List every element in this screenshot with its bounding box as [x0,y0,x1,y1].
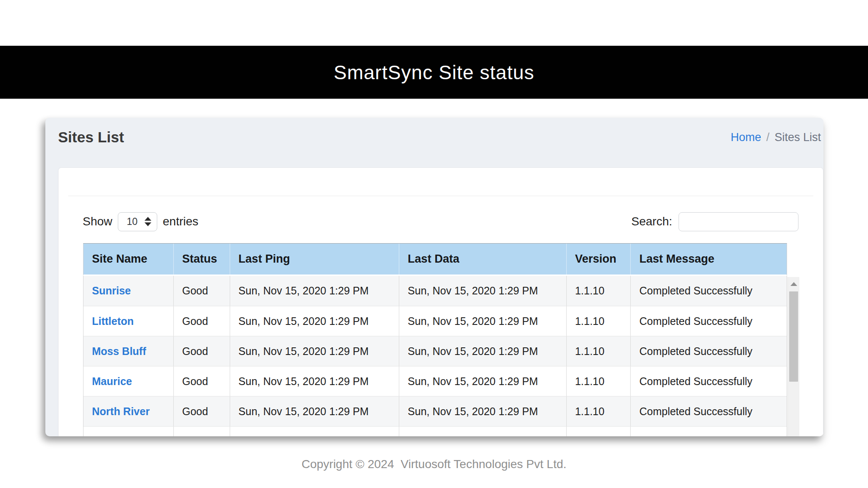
last-ping-cell: Sun, Nov 15, 2020 1:29 PM [230,366,399,396]
site-name-link[interactable]: Maurice [92,375,132,388]
page-header: Sites List Home/Sites List [58,125,821,149]
search-control: Search: [632,212,799,231]
table-row: Maurice Good Sun, Nov 15, 2020 1:29 PM S… [83,366,787,396]
sites-table: Site NameStatusLast PingLast DataVersion… [83,243,787,436]
table-row: Littleton Good Sun, Nov 15, 2020 1:29 PM… [83,306,787,336]
select-arrows-icon [145,217,151,226]
table-body: Sunrise Good Sun, Nov 15, 2020 1:29 PM S… [83,276,787,436]
last-data-cell: Sun, Nov 15, 2020 1:29 PM [399,276,566,306]
version-cell: 1.1.10 [566,336,631,366]
last-message-cell: Completed Successfully [630,336,787,366]
status-cell: Good [173,306,230,336]
table-row-partial [83,426,787,436]
last-message-cell [630,427,787,436]
sites-list-card: Show 10 entries Search: Site NameStatusL… [58,167,823,436]
version-cell: 1.1.10 [566,306,631,336]
last-ping-cell: Sun, Nov 15, 2020 1:29 PM [230,306,399,336]
scrollbar-thumb[interactable] [789,291,798,382]
status-cell: Good [173,276,230,306]
last-message-cell: Completed Successfully [630,276,787,306]
site-name-link[interactable]: Moss Bluff [92,345,146,358]
last-data-cell: Sun, Nov 15, 2020 1:29 PM [399,366,566,396]
last-message-cell: Completed Successfully [630,396,787,426]
page-length-control: Show 10 entries [83,212,198,231]
table-header-row: Site NameStatusLast PingLast DataVersion… [83,243,787,276]
table-controls: Show 10 entries Search: [83,211,798,232]
column-header-status[interactable]: Status [173,244,230,274]
table-row: Sunrise Good Sun, Nov 15, 2020 1:29 PM S… [83,276,787,306]
page-title: Sites List [58,129,124,146]
app-title: SmartSync Site status [334,61,534,84]
breadcrumb-current: Sites List [774,131,821,144]
search-label: Search: [632,215,673,228]
version-cell [566,427,631,436]
column-header-last-data[interactable]: Last Data [399,244,566,274]
version-cell: 1.1.10 [566,366,631,396]
copyright-footer: Copyright © 2024 Virtuosoft Technologies… [0,458,868,471]
card-header-divider [68,168,813,196]
scrollbar-up-button[interactable] [788,277,799,291]
last-data-cell: Sun, Nov 15, 2020 1:29 PM [399,306,566,336]
status-cell [173,427,230,436]
entries-select-value: 10 [127,216,138,227]
status-cell: Good [173,396,230,426]
breadcrumb-home-link[interactable]: Home [731,131,761,144]
breadcrumb-separator: / [766,131,770,144]
last-ping-cell: Sun, Nov 15, 2020 1:29 PM [230,336,399,366]
site-name-link[interactable]: North River [92,405,150,418]
status-cell: Good [173,336,230,366]
table-row: North River Good Sun, Nov 15, 2020 1:29 … [83,396,787,426]
last-ping-cell: Sun, Nov 15, 2020 1:29 PM [230,396,399,426]
last-data-cell [399,427,566,436]
entries-select[interactable]: 10 [118,212,157,231]
version-cell: 1.1.10 [566,276,631,306]
table-scrollbar [787,277,799,436]
last-ping-cell [230,427,399,436]
last-message-cell: Completed Successfully [630,366,787,396]
column-header-site-name[interactable]: Site Name [83,244,173,274]
show-label: Show [83,215,112,228]
last-message-cell: Completed Successfully [630,306,787,336]
last-data-cell: Sun, Nov 15, 2020 1:29 PM [399,336,566,366]
column-header-last-message[interactable]: Last Message [630,244,787,274]
last-ping-cell: Sun, Nov 15, 2020 1:29 PM [230,276,399,306]
last-data-cell: Sun, Nov 15, 2020 1:29 PM [399,396,566,426]
app-title-bar: SmartSync Site status [0,46,868,99]
site-name-link[interactable]: Sunrise [92,285,131,297]
column-header-last-ping[interactable]: Last Ping [230,244,399,274]
status-cell: Good [173,366,230,396]
search-input[interactable] [679,212,798,231]
site-name-link[interactable]: Littleton [92,315,134,327]
content-panel: Sites List Home/Sites List Show 10 entri… [45,118,823,436]
breadcrumb: Home/Sites List [731,131,821,144]
table-row: Moss Bluff Good Sun, Nov 15, 2020 1:29 P… [83,336,787,366]
entries-label: entries [163,215,198,228]
column-header-version[interactable]: Version [566,244,631,274]
version-cell: 1.1.10 [566,396,631,426]
scrollbar-up-arrow-icon [790,282,797,286]
